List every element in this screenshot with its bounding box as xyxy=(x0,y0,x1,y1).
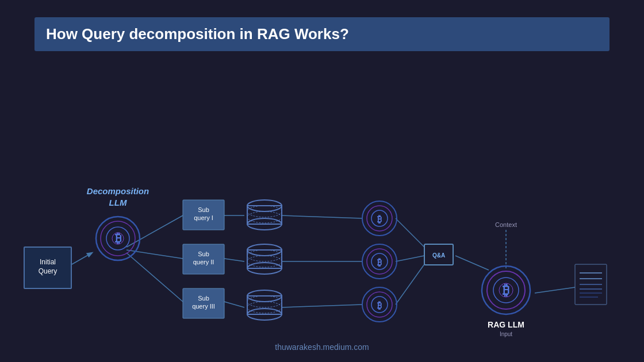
svg-line-6 xyxy=(224,302,244,307)
svg-text:query III: query III xyxy=(192,303,215,310)
svg-text:Query: Query xyxy=(39,267,57,275)
svg-text:Decomposition: Decomposition xyxy=(87,186,149,196)
svg-point-49 xyxy=(247,302,282,313)
svg-text:₿: ₿ xyxy=(503,282,509,298)
svg-line-11 xyxy=(396,256,424,261)
svg-line-13 xyxy=(455,256,489,270)
svg-line-9 xyxy=(282,305,362,307)
svg-text:₿: ₿ xyxy=(377,301,382,310)
footer: thuwarakesh.medium.com xyxy=(0,342,644,352)
page-title: How Query decomposition in RAG Works? xyxy=(46,25,349,43)
svg-text:query II: query II xyxy=(193,259,214,265)
svg-text:Q&A: Q&A xyxy=(432,252,445,259)
svg-text:₿: ₿ xyxy=(377,257,382,267)
svg-line-5 xyxy=(224,259,244,261)
svg-text:LLM: LLM xyxy=(109,198,127,207)
svg-text:Sub: Sub xyxy=(198,206,209,213)
svg-text:Sub: Sub xyxy=(198,251,209,257)
svg-line-0 xyxy=(72,253,92,264)
svg-line-3 xyxy=(126,253,183,302)
svg-line-15 xyxy=(535,287,575,293)
title-bar: How Query decomposition in RAG Works? xyxy=(34,17,610,51)
svg-text:Context: Context xyxy=(495,221,517,228)
diagram-svg: Initial Query Decomposition LLM ₿ Sub qu… xyxy=(0,69,644,345)
svg-line-12 xyxy=(396,264,424,305)
svg-line-10 xyxy=(396,218,424,247)
svg-text:RAG LLM: RAG LLM xyxy=(488,320,524,329)
svg-text:Input: Input xyxy=(500,331,512,337)
svg-point-44 xyxy=(247,256,282,267)
svg-line-7 xyxy=(282,215,362,218)
svg-text:₿: ₿ xyxy=(377,214,382,224)
svg-text:query I: query I xyxy=(194,214,213,221)
svg-point-39 xyxy=(247,211,282,223)
svg-text:Initial: Initial xyxy=(40,258,56,266)
svg-text:Sub: Sub xyxy=(198,295,209,302)
